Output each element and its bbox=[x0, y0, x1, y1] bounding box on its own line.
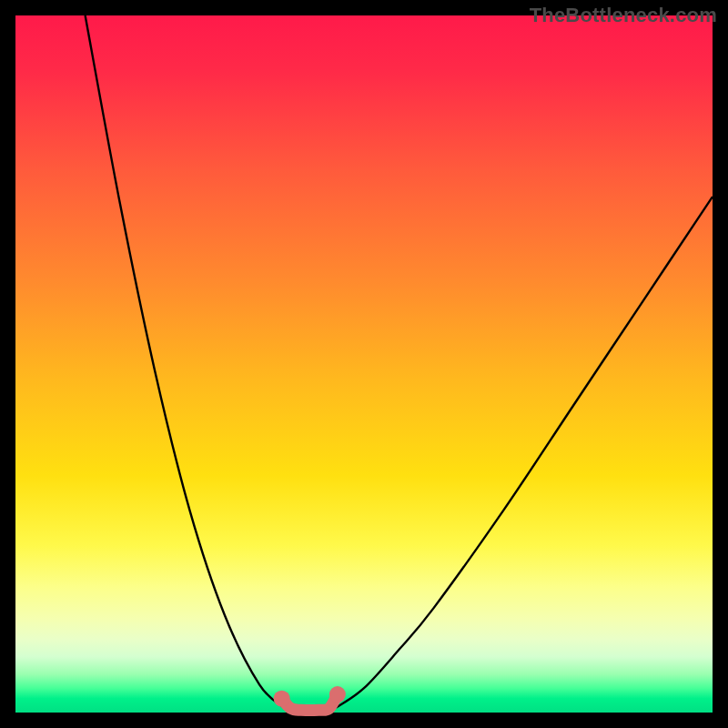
watermark-text: TheBottleneck.com bbox=[530, 4, 717, 27]
curve-left-branch bbox=[86, 15, 284, 708]
highlight-dot-left bbox=[274, 691, 290, 707]
chart-svg bbox=[15, 15, 713, 713]
highlight-valley-segment bbox=[282, 694, 338, 710]
highlight-dot-right bbox=[329, 686, 346, 703]
chart-plot-area bbox=[15, 15, 713, 713]
curve-right-branch bbox=[336, 197, 713, 707]
